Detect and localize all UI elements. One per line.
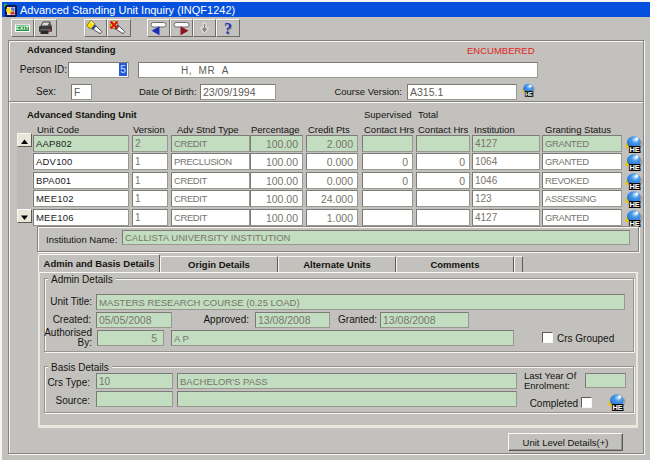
svg-text:HE: HE: [630, 163, 640, 172]
svg-text:EXIT: EXIT: [16, 25, 29, 31]
svg-text:?: ?: [224, 20, 232, 36]
svg-text:HE: HE: [630, 200, 640, 209]
svg-text:HE: HE: [525, 91, 533, 97]
svg-text:HE: HE: [613, 403, 623, 412]
